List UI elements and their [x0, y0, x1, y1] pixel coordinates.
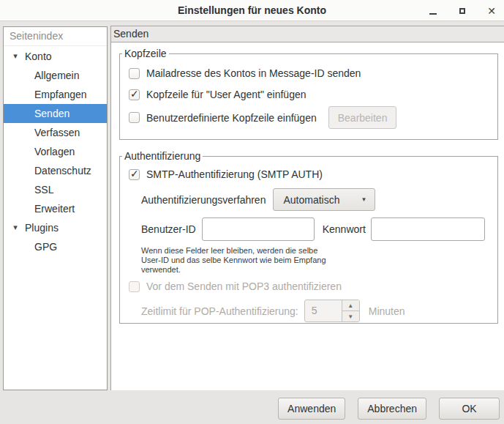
settings-window: Einstellungen für neues Konto ✕ Seitenin… [0, 0, 504, 424]
sidebar-item-erweitert[interactable]: Erweitert [4, 199, 107, 218]
window-controls: ✕ [428, 0, 497, 21]
auth-method-row: Authentifizierungsverfahren Automatisch … [141, 188, 497, 211]
timeout-value: 5 [305, 300, 342, 321]
close-button[interactable]: ✕ [486, 6, 497, 16]
maximize-icon [459, 8, 465, 14]
dialog-button-bar: Anwenden Abbrechen OK [0, 390, 504, 424]
ok-button[interactable]: OK [439, 398, 500, 420]
page-index-tree: ▾ Konto Allgemein Empfangen Senden Verfa… [4, 47, 107, 256]
auth-method-label: Authentifizierungsverfahren [141, 194, 266, 206]
sidebar-header: Seitenindex [4, 27, 107, 46]
checkbox-checked-icon[interactable] [129, 89, 140, 100]
checkbox-message-id[interactable]: Mailadresse des Kontos in Message-ID sen… [120, 67, 497, 79]
timeout-spinbox[interactable]: 5 ▲ ▼ [304, 300, 360, 322]
page-title: Senden [111, 26, 504, 42]
cancel-button[interactable]: Abbrechen [358, 398, 426, 420]
titlebar: Einstellungen für neues Konto ✕ [0, 0, 504, 21]
group-authentication-title: Authentifizierung [122, 150, 203, 162]
group-kopfzeile: Kopfzeile Mailadresse des Kontos in Mess… [119, 48, 498, 140]
triangle-down-icon: ▼ [347, 313, 353, 320]
close-icon: ✕ [487, 6, 496, 16]
sidebar-item-ssl[interactable]: SSL [4, 180, 107, 199]
password-input[interactable] [371, 217, 485, 241]
apply-button[interactable]: Anwenden [278, 398, 345, 420]
spin-up-button[interactable]: ▲ [342, 300, 359, 311]
spinner-buttons: ▲ ▼ [342, 300, 359, 321]
user-id-input[interactable] [202, 217, 315, 241]
minimize-button[interactable] [428, 6, 438, 16]
triangle-up-icon: ▲ [347, 302, 353, 309]
checkbox-pop3-auth[interactable]: Vor dem Senden mit POP3 authentifizieren [120, 280, 497, 292]
sidebar-item-gpg[interactable]: GPG [4, 237, 107, 256]
checkbox-checked-icon[interactable] [129, 169, 140, 180]
minimize-icon [429, 13, 437, 15]
password-label: Kennwort [323, 223, 366, 235]
sidebar-item-konto[interactable]: ▾ Konto [4, 47, 107, 66]
sidebar-item-senden[interactable]: Senden [4, 104, 107, 123]
page-body: Kopfzeile Mailadresse des Kontos in Mess… [111, 48, 504, 324]
spin-down-button[interactable]: ▼ [342, 311, 359, 321]
checkbox-custom-header[interactable]: Benutzerdefinierte Kopfzeile einfügen Be… [120, 106, 497, 129]
chevron-down-icon: ▼ [361, 196, 367, 203]
checkbox-icon[interactable] [129, 68, 140, 79]
auth-method-value: Automatisch [274, 194, 339, 206]
content-panel: Senden Kopfzeile Mailadresse des Kontos … [110, 26, 504, 390]
edit-button[interactable]: Bearbeiten [328, 106, 397, 129]
checkbox-smtp-auth[interactable]: SMTP-Authentifizierung (SMTP AUTH) [120, 168, 497, 180]
auth-hint-text: Wenn diese Felder leer bleiben, werden d… [141, 246, 333, 275]
group-kopfzeile-title: Kopfzeile [122, 48, 169, 59]
timeout-label: Zeitlimit für POP-Authentifizierung: [141, 305, 298, 317]
sidebar-item-empfangen[interactable]: Empfangen [4, 85, 107, 104]
checkbox-icon[interactable] [129, 112, 140, 123]
chevron-down-icon[interactable]: ▾ [10, 218, 20, 237]
timeout-unit-label: Minuten [369, 305, 405, 317]
checkbox-disabled-icon[interactable] [129, 281, 140, 292]
sidebar: Seitenindex ▾ Konto Allgemein Empfangen … [3, 26, 108, 390]
user-id-label: Benutzer-ID [141, 223, 196, 235]
sidebar-item-plugins[interactable]: ▾ Plugins [4, 218, 107, 237]
credentials-row: Benutzer-ID Kennwort [141, 217, 497, 241]
chevron-down-icon[interactable]: ▾ [10, 47, 20, 66]
sidebar-item-verfassen[interactable]: Verfassen [4, 123, 107, 142]
sidebar-item-vorlagen[interactable]: Vorlagen [4, 142, 107, 161]
maximize-button[interactable] [457, 6, 467, 16]
auth-method-dropdown[interactable]: Automatisch ▼ [273, 188, 375, 211]
pop-timeout-row: Zeitlimit für POP-Authentifizierung: 5 ▲… [141, 300, 497, 322]
sidebar-item-datenschutz[interactable]: Datenschutz [4, 161, 107, 180]
group-authentication: Authentifizierung SMTP-Authentifizierung… [119, 150, 498, 324]
sidebar-item-allgemein[interactable]: Allgemein [4, 66, 107, 85]
checkbox-user-agent[interactable]: Kopfzeile für "User Agent" einfügen [120, 89, 497, 100]
